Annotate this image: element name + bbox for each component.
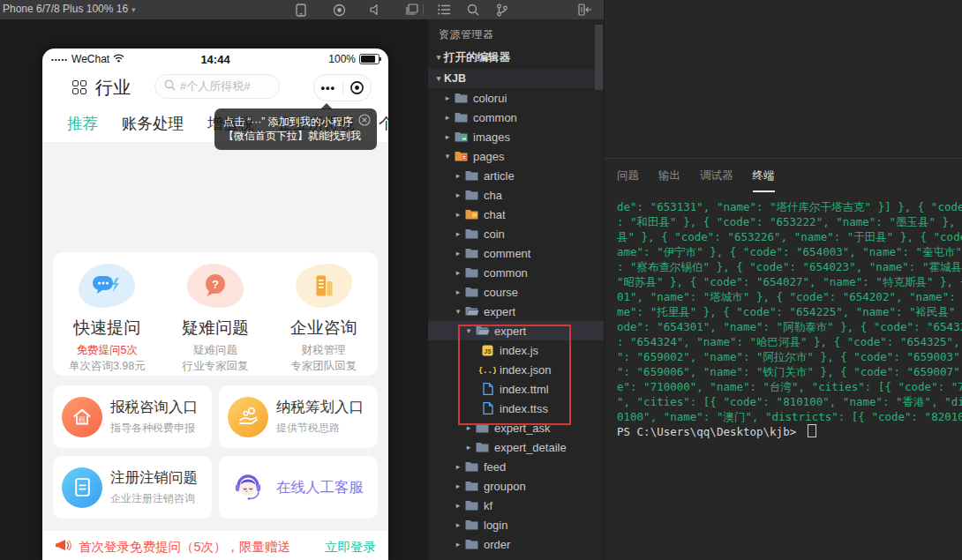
service-疑难问题[interactable]: ?疑难问题疑难问题行业专家回复	[162, 252, 270, 376]
terminal-line: : "察布查尔锡伯" }, { "code": "654023", "name"…	[617, 259, 962, 274]
panel-tab-问题[interactable]: 问题	[617, 168, 639, 189]
tree-item-images[interactable]: ▸images	[428, 127, 604, 146]
more-button[interactable]: •••	[314, 84, 342, 93]
tree-item-expert_detaile[interactable]: ▸expert_detaile	[428, 437, 604, 457]
tree-item-label: images	[473, 131, 510, 144]
category-grid-icon[interactable]	[72, 80, 87, 95]
service-line2: 行业专家回复	[183, 358, 249, 374]
tab-推荐[interactable]: 推荐	[67, 113, 98, 134]
tree-item-index.json[interactable]: {..}index.json	[428, 360, 604, 379]
panel-tab-调试器[interactable]: 调试器	[700, 168, 733, 189]
tree-item-label: pages	[473, 150, 504, 163]
service-快速提问[interactable]: 快速提问免费提问5次单次咨询3.98元	[53, 252, 162, 376]
tree-item-common[interactable]: ▸common	[428, 108, 604, 127]
device-selector[interactable]: Phone 6/7/8 Plus 100% 16▾	[3, 3, 136, 15]
mute-icon[interactable]	[365, 0, 385, 19]
question-bubble-icon: ?	[187, 264, 244, 308]
page-title: 行业	[95, 76, 131, 100]
notice-text: 首次登录免费提问（5次），限量赠送	[79, 539, 325, 556]
page-body: 快速提问免费提问5次单次咨询3.98元?疑难问题疑难问题行业专家回复企业咨询财税…	[42, 142, 388, 560]
terminal-line: ", "cities": [{ "code": "810100", "name"…	[617, 394, 962, 409]
file-code-icon	[479, 402, 496, 414]
exit-button[interactable]	[343, 80, 372, 95]
tree-item-kf[interactable]: ▸kf	[428, 496, 604, 515]
tab-个人所得税[interactable]: 个人所得税	[379, 113, 388, 134]
terminal-line: ": "659002", "name": "阿拉尔市" }, { "code":…	[617, 349, 962, 364]
notice-bar[interactable]: 首次登录免费提问（5次），限量赠送 立即登录	[42, 531, 388, 560]
svg-text:税: 税	[78, 415, 86, 423]
chevron-right-icon: ▸	[453, 249, 463, 258]
entry-cards: 税报税咨询入口指导各种税费申报纳税筹划入口提供节税思路注册注销问题企业注册注销咨…	[53, 385, 378, 519]
folder-icon	[463, 519, 480, 530]
mini-program-header: 行业 #个人所得税# •••	[42, 70, 388, 105]
tree-item-index.ttml[interactable]: index.ttml	[428, 379, 604, 399]
file-code-icon	[479, 383, 496, 395]
tree-item-order[interactable]: ▸order	[428, 534, 604, 554]
collapse-panel-icon[interactable]	[575, 0, 595, 19]
tree-item-feed[interactable]: ▸feed	[428, 457, 604, 476]
panel-tab-输出[interactable]: 输出	[658, 168, 680, 189]
tree-item-expert[interactable]: ▾expert	[428, 302, 604, 321]
tree-item-login[interactable]: ▸login	[428, 515, 604, 534]
open-editors-section[interactable]: ▾ 打开的编辑器	[428, 48, 604, 67]
entry-在线人工客服[interactable]: 在线人工客服	[219, 456, 378, 519]
terminal-output[interactable]: de": "653131", "name": "塔什库尔干塔吉克" }] }, …	[605, 189, 962, 439]
project-root[interactable]: ▾ KJB	[428, 69, 604, 88]
tree-item-colorui[interactable]: ▸colorui	[428, 88, 604, 108]
signal-dots: •••••	[51, 56, 68, 63]
entry-报税咨询入口[interactable]: 税报税咨询入口指导各种税费申报	[53, 385, 212, 448]
close-icon[interactable]	[358, 114, 371, 130]
entry-注册注销问题[interactable]: 注册注销问题企业注册注销咨询	[53, 456, 212, 519]
tree-item-article[interactable]: ▸article	[428, 166, 604, 185]
svg-text:?: ?	[212, 278, 219, 291]
chevron-right-icon: ▸	[463, 423, 474, 432]
terminal-prompt[interactable]: PS C:\Users\qq\Desktop\kjb>	[617, 424, 962, 439]
phone-screen: ••••• WeChat 14:44 100% 行业 #个人所得税# •••	[42, 49, 388, 560]
tree-item-pages[interactable]: ▾pages	[428, 146, 604, 166]
chevron-down-icon: ▾	[453, 307, 463, 316]
tree-item-label: expert	[494, 325, 526, 338]
service-企业咨询[interactable]: 企业咨询财税管理专家团队回复	[269, 252, 378, 376]
service-line1: 免费提问5次	[77, 342, 138, 358]
git-branch-icon[interactable]	[492, 0, 512, 19]
multi-window-icon[interactable]	[402, 0, 421, 19]
search-icon[interactable]	[463, 0, 483, 19]
tab-账务处理[interactable]: 账务处理	[122, 113, 184, 134]
tree-item-course[interactable]: ▸course	[428, 282, 604, 302]
search-placeholder: #个人所得税#	[180, 78, 250, 94]
tree-item-label: index.ttss	[500, 402, 548, 415]
folder-icon	[463, 248, 480, 258]
chevron-down-icon: ▾	[433, 74, 444, 83]
tree-item-expert_ask[interactable]: ▸expert_ask	[428, 418, 604, 437]
folder-icon	[463, 228, 480, 239]
tree-item-groupon[interactable]: ▸groupon	[428, 476, 604, 496]
search-input[interactable]: #个人所得税#	[154, 74, 280, 99]
service-title: 快速提问	[73, 317, 140, 340]
entry-title: 纳税筹划入口	[276, 398, 364, 417]
tree-item-coin[interactable]: ▸coin	[428, 224, 604, 243]
tree-item-expert[interactable]: ▾expert	[428, 321, 604, 340]
tree-item-label: index.ttml	[500, 383, 549, 396]
open-editors-list-icon[interactable]	[434, 0, 454, 19]
folder-icon	[463, 481, 480, 491]
login-now-link[interactable]: 立即登录	[325, 539, 376, 556]
search-icon	[164, 79, 176, 93]
entry-纳税筹划入口[interactable]: 纳税筹划入口提供节税思路	[219, 385, 378, 448]
record-icon[interactable]	[329, 0, 349, 19]
tree-item-label: expert_detaile	[494, 441, 567, 454]
terminal-line: e": "710000", "name": "台湾", "cities": [{…	[617, 379, 962, 394]
panel-tab-终端[interactable]: 终端	[753, 168, 775, 189]
tree-item-label: groupon	[484, 480, 526, 493]
entry-title: 注册注销问题	[110, 468, 198, 488]
tree-item-cha[interactable]: ▸cha	[428, 185, 604, 205]
tree-item-index.ttss[interactable]: index.ttss	[428, 399, 604, 418]
tree-item-common[interactable]: ▸common	[428, 263, 604, 282]
tree-item-index.js[interactable]: JSindex.js	[428, 340, 604, 360]
phone-mode-icon[interactable]	[291, 0, 311, 19]
terminal-line: de": "653131", "name": "塔什库尔干塔吉克" }] }, …	[617, 199, 962, 214]
tree-item-comment[interactable]: ▸comment	[428, 243, 604, 263]
wechat-capsule: •••	[313, 74, 372, 101]
explorer-scrollbar[interactable]	[595, 25, 603, 90]
chevron-down-icon: ▾	[433, 53, 444, 62]
tree-item-chat[interactable]: ▸chat	[428, 205, 604, 224]
